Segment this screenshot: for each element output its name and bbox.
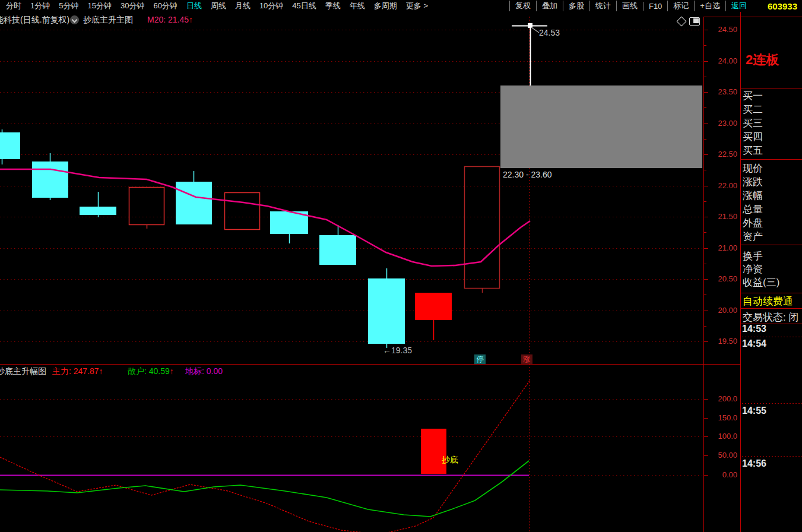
- bid-row-label: 买四: [743, 130, 801, 143]
- sub-y-axis-label: 150.0: [708, 413, 737, 422]
- y-axis-label: 21.00: [708, 243, 737, 252]
- period-tab[interactable]: 月线: [235, 1, 251, 11]
- ma20-line: [0, 169, 530, 266]
- period-tab[interactable]: 10分钟: [259, 1, 283, 11]
- sanhu-value: 散户: 40.59↑: [128, 366, 174, 377]
- toolbar-button[interactable]: 复权: [509, 1, 536, 11]
- sub-indicator-title[interactable]: 抄底主升幅图: [0, 366, 46, 377]
- y-axis-label: 22.00: [708, 181, 737, 190]
- quote-row-label: 现价: [743, 162, 801, 175]
- sub-y-axis-label: 50.00: [708, 451, 737, 460]
- period-tab[interactable]: 1分钟: [30, 1, 50, 11]
- ma-label: M20: 21.45: [147, 15, 189, 24]
- y-axis-label: 20.00: [708, 306, 737, 315]
- bid-row-label: 买一: [743, 89, 801, 102]
- toolbar-button[interactable]: 画线: [616, 1, 643, 11]
- sanhu-label: 散户: 40.59: [128, 366, 170, 376]
- y-axis-label: 24.00: [708, 56, 737, 65]
- toolbar-button[interactable]: 返回: [725, 1, 752, 11]
- chart-graphics: [0, 0, 802, 532]
- sub-y-axis-label: 200.0: [708, 394, 737, 403]
- period-tab[interactable]: 年线: [350, 1, 365, 11]
- sub-y-axis-label: 100.0: [708, 432, 737, 441]
- candle: [32, 162, 68, 198]
- instrument-title: 能科技(日线.前复权): [0, 15, 69, 26]
- period-tab[interactable]: 更多 >: [406, 1, 428, 11]
- split-window-icon[interactable]: [689, 17, 700, 26]
- low-annotation: ←19.35: [383, 346, 412, 355]
- y-axis-label: 21.50: [708, 212, 737, 221]
- notice-link[interactable]: 自动续费通: [743, 294, 801, 308]
- zhuli-label: 主力: 247.87: [52, 366, 99, 376]
- toolbar: 复权叠加多股统计画线F10标记+自选返回603933: [509, 1, 802, 11]
- candle-hollow: [465, 167, 500, 289]
- quote-row-label: 资产: [743, 230, 801, 243]
- dibiao-value: 地标: 0.00: [185, 366, 223, 377]
- candle: [0, 132, 20, 159]
- period-tab[interactable]: 45日线: [292, 1, 316, 11]
- y-axis-label: 22.50: [708, 150, 737, 159]
- time-row: 14:53: [742, 324, 800, 334]
- quote-row-label: 净资: [743, 262, 801, 276]
- toolbar-button[interactable]: 标记: [667, 1, 694, 11]
- period-tab[interactable]: 60分钟: [153, 1, 177, 11]
- quote-row-label: 外盘: [743, 216, 801, 229]
- bid-row-label: 买三: [743, 116, 801, 129]
- split-window-fill: [693, 18, 699, 23]
- ma-value: M20: 21.45↑: [147, 15, 193, 24]
- trading-app-window: 分时1分钟5分钟15分钟30分钟60分钟日线周线月线10分钟45日线季线年线多周…: [0, 0, 802, 532]
- period-tab[interactable]: 30分钟: [121, 1, 144, 11]
- y-axis-label: 20.50: [708, 274, 737, 283]
- status-badge: 涨: [521, 354, 532, 364]
- toolbar-button[interactable]: 统计: [589, 1, 616, 11]
- time-row: 14:56: [742, 458, 800, 469]
- toolbar-button[interactable]: +自选: [694, 1, 725, 11]
- quote-row-label: 总量: [743, 202, 801, 216]
- candle: [80, 207, 116, 215]
- stock-code: 603933: [752, 1, 802, 11]
- trade-status: 交易状态: 闭: [743, 311, 802, 324]
- period-tab[interactable]: 季线: [325, 1, 341, 11]
- bid-row-label: 买五: [743, 144, 801, 157]
- up-arrow-icon: ↑: [189, 15, 193, 24]
- period-tab[interactable]: 15分钟: [87, 1, 111, 11]
- toolbar-button[interactable]: F10: [643, 2, 667, 11]
- indicator-title[interactable]: 抄底主升主图: [83, 15, 133, 26]
- sanhu-line: [0, 461, 529, 517]
- y-axis-label: 19.50: [708, 337, 737, 346]
- streak-badge: 2连板: [746, 51, 779, 69]
- period-tab[interactable]: 5分钟: [59, 1, 78, 11]
- toolbar-button[interactable]: 多股: [563, 1, 589, 11]
- sub-y-axis-label: 0.00: [708, 470, 737, 479]
- zhuli-value: 主力: 247.87↑: [52, 366, 103, 377]
- y-axis-label: 23.00: [708, 119, 737, 128]
- period-tab[interactable]: 多周期: [374, 1, 397, 11]
- bid-row-label: 买二: [743, 103, 801, 116]
- toolbar-button[interactable]: 叠加: [536, 1, 563, 11]
- chevron-down-icon[interactable]: [70, 15, 79, 24]
- quote-row-label: 收益(三): [743, 276, 801, 289]
- time-row: 14:54: [742, 338, 800, 349]
- top-menu-bar: 分时1分钟5分钟15分钟30分钟60分钟日线周线月线10分钟45日线季线年线多周…: [0, 0, 802, 12]
- candle-hollow: [129, 188, 164, 225]
- quote-row-label: 换手: [743, 249, 801, 262]
- high-annotation: 24.53: [539, 28, 560, 37]
- candle-hollow: [225, 193, 260, 230]
- period-tab[interactable]: 日线: [186, 1, 202, 11]
- status-badge: 停: [474, 354, 486, 364]
- time-row: 14:55: [742, 406, 800, 416]
- candle: [368, 278, 405, 344]
- quote-row-label: 涨幅: [743, 189, 801, 202]
- up-arrow-icon: ↑: [170, 366, 174, 376]
- quote-row-label: 涨跌: [743, 175, 801, 188]
- up-arrow-icon: ↑: [99, 366, 103, 376]
- y-axis-label: 24.50: [708, 25, 737, 34]
- candle: [319, 235, 356, 265]
- candle: [415, 293, 452, 320]
- period-tab[interactable]: 周线: [211, 1, 226, 11]
- y-axis-label: 23.50: [708, 87, 737, 96]
- signal-label: 抄底: [442, 455, 458, 466]
- period-tabs: 分时1分钟5分钟15分钟30分钟60分钟日线周线月线10分钟45日线季线年线多周…: [0, 1, 428, 11]
- period-tab[interactable]: 分时: [6, 1, 21, 11]
- limit-zone-box: [500, 86, 702, 168]
